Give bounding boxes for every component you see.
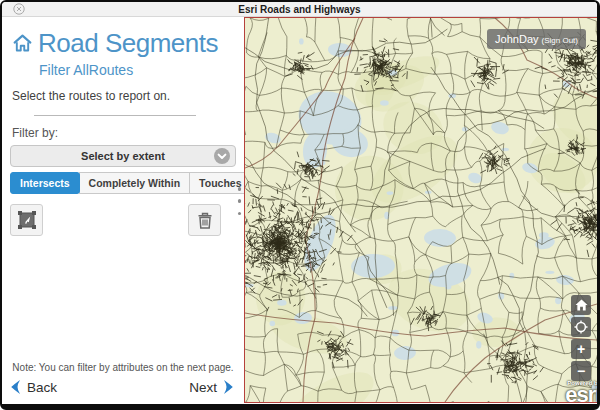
tab-completely-within[interactable]: Completely Within xyxy=(79,172,191,194)
page-subtitle: Filter AllRoutes xyxy=(39,62,236,78)
back-label: Back xyxy=(27,380,57,395)
map-controls: + − xyxy=(571,295,591,381)
sign-out-label: (Sign Out) xyxy=(542,36,578,45)
map-view[interactable]: JohnDay (Sign Out) + − xyxy=(244,17,598,403)
back-button[interactable]: Back xyxy=(10,379,57,395)
description-text: Select the routes to report on. xyxy=(12,89,236,103)
home-icon xyxy=(12,33,33,54)
map-home-icon xyxy=(575,299,588,311)
locate-icon xyxy=(574,320,588,334)
select-method-dropdown[interactable]: Select by extent xyxy=(10,145,236,167)
next-label: Next xyxy=(189,380,217,395)
next-button[interactable]: Next xyxy=(189,379,234,395)
spatial-relation-tabs: Intersects Completely Within Touches Edg… xyxy=(10,172,221,194)
close-icon[interactable] xyxy=(13,3,25,15)
draw-extent-icon xyxy=(17,210,37,230)
map-locate-button[interactable] xyxy=(571,317,591,337)
note-text: Note: You can filter by attributes on th… xyxy=(2,362,244,373)
app-window: Esri Roads and Highways Road Segments Fi… xyxy=(0,0,600,410)
map-home-button[interactable] xyxy=(571,295,591,315)
user-sign-out-button[interactable]: JohnDay (Sign Out) xyxy=(487,29,586,49)
page-title: Road Segments xyxy=(38,28,218,59)
map-zoom-in-button[interactable]: + xyxy=(571,339,591,359)
map-zoom-out-button[interactable]: − xyxy=(571,361,591,381)
chevron-left-icon xyxy=(10,379,21,395)
selection-tools xyxy=(10,204,221,236)
trash-icon xyxy=(196,211,214,230)
map-canvas[interactable] xyxy=(245,18,597,402)
tab-intersects[interactable]: Intersects xyxy=(10,172,80,194)
titlebar: Esri Roads and Highways xyxy=(2,2,597,17)
chevron-down-icon xyxy=(214,148,230,164)
divider xyxy=(34,115,196,116)
panel-splitter[interactable] xyxy=(235,187,244,215)
clear-selection-button[interactable] xyxy=(188,204,221,236)
dropdown-value: Select by extent xyxy=(81,150,165,162)
wizard-nav: Back Next xyxy=(10,379,234,395)
filter-by-label: Filter by: xyxy=(12,126,236,140)
draw-extent-button[interactable] xyxy=(10,204,43,236)
user-name: JohnDay xyxy=(495,29,538,49)
chevron-right-icon xyxy=(223,379,234,395)
window-title: Esri Roads and Highways xyxy=(238,4,360,15)
left-panel: Road Segments Filter AllRoutes Select th… xyxy=(2,17,244,403)
